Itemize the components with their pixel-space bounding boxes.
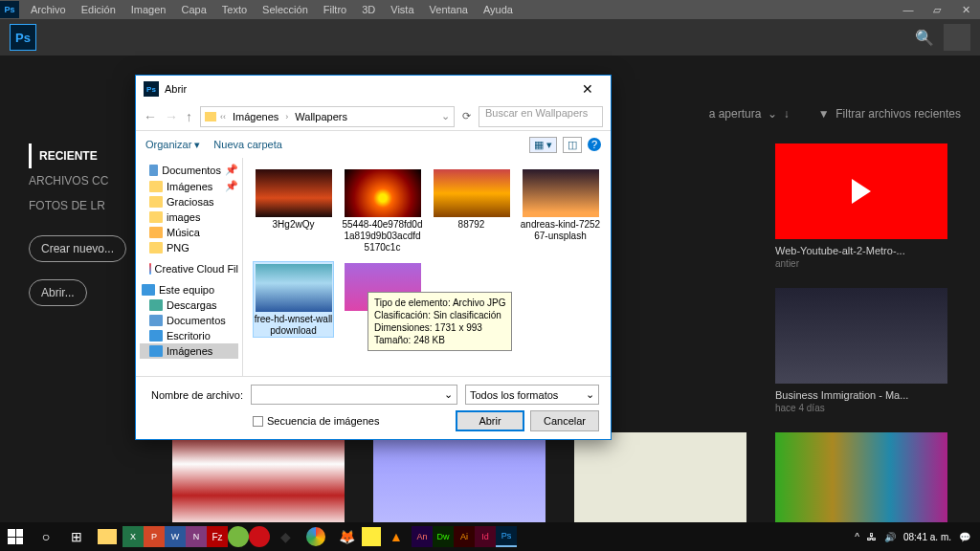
nav-forward-icon[interactable]: →	[165, 109, 178, 124]
menu-imagen[interactable]: Imagen	[123, 4, 174, 15]
photoshop-task-icon[interactable]: Ps	[496, 526, 517, 547]
new-folder-button[interactable]: Nueva carpeta	[213, 139, 282, 150]
abrir-button[interactable]: Abrir...	[29, 279, 87, 306]
stickynotes-icon[interactable]	[362, 527, 381, 546]
tree-item[interactable]: Imágenes	[140, 343, 238, 359]
filter-recents[interactable]: ▼ Filtrar archivos recientes	[818, 107, 961, 121]
chrome-icon[interactable]	[301, 522, 331, 551]
tree-item[interactable]: Creative Cloud Fil	[140, 261, 238, 276]
animate-icon[interactable]: An	[412, 526, 433, 547]
file-item[interactable]: 88792	[431, 167, 512, 253]
dialog-toolbar: Organizar ▾ Nueva carpeta ▦ ▾ ◫ ?	[136, 131, 611, 158]
system-tray[interactable]: ^ 🖧 🔊 08:41 a. m. 💬	[855, 532, 980, 542]
cancel-button[interactable]: Cancelar	[530, 410, 599, 431]
organize-menu[interactable]: Organizar ▾	[145, 139, 200, 151]
file-list[interactable]: 3Hg2wQy 55448-40e978fd0d1a819d9b03acdfd5…	[243, 158, 611, 376]
folder-tree[interactable]: Documentos📌 Imágenes📌 Graciosas images M…	[136, 158, 243, 376]
search-icon[interactable]: 🔍	[915, 29, 934, 47]
menu-3d[interactable]: 3D	[354, 4, 383, 15]
menu-texto[interactable]: Texto	[214, 4, 255, 15]
opera-icon[interactable]	[249, 526, 270, 547]
recent-thumb[interactable]: Web-Youtube-alt-2-Metro-... antier	[775, 143, 947, 269]
thumb-name: Web-Youtube-alt-2-Metro-...	[775, 245, 947, 256]
explorer-icon[interactable]	[98, 529, 117, 544]
dialog-close-button[interactable]: ✕	[572, 81, 603, 97]
tree-item[interactable]: Descargas	[140, 298, 238, 313]
tree-item[interactable]: Documentos📌	[140, 162, 238, 178]
breadcrumb[interactable]: ‹‹ Imágenes › Wallpapers ⌄	[200, 106, 455, 127]
utorrent-icon[interactable]	[228, 526, 249, 547]
onenote-icon[interactable]: N	[186, 526, 207, 547]
ps-home-topbar: a apertura ⌄ ↓ ▼ Filtrar archivos recien…	[709, 107, 961, 121]
tray-notifications-icon[interactable]: 💬	[959, 532, 970, 542]
menu-ventana[interactable]: Ventana	[422, 4, 476, 15]
file-item-selected[interactable]: free-hd-wnset-wallpdownload	[253, 261, 334, 338]
file-item[interactable]: 55448-40e978fd0d1a819d9b03acdfd5170c1c	[342, 167, 423, 253]
sidebar-lr[interactable]: FOTOS DE LR	[29, 193, 126, 218]
ps-home-sidebar: RECIENTE ARCHIVOS CC FOTOS DE LR Crear n…	[29, 143, 126, 306]
breadcrumb-seg[interactable]: Wallpapers	[292, 111, 350, 122]
filename-input[interactable]: ⌄	[251, 385, 457, 405]
nav-back-icon[interactable]: ←	[144, 109, 157, 124]
indesign-icon[interactable]: Id	[475, 526, 496, 547]
inkscape-icon[interactable]: ◆	[270, 522, 301, 551]
menu-edicion[interactable]: Edición	[74, 4, 123, 15]
sidebar-reciente[interactable]: RECIENTE	[29, 143, 126, 168]
image-sequence-checkbox[interactable]: Secuencia de imágenes	[253, 415, 379, 427]
file-item[interactable]: 3Hg2wQy	[253, 167, 334, 253]
illustrator-icon[interactable]: Ai	[454, 526, 475, 547]
sort-label[interactable]: a apertura ⌄ ↓	[709, 107, 790, 121]
recent-thumb[interactable]: Business Immigration - Ma... hace 4 días	[775, 288, 947, 413]
tree-item[interactable]: Escritorio	[140, 328, 238, 343]
file-item[interactable]: andreas-kind-725267-unsplash	[520, 167, 601, 253]
powerpoint-icon[interactable]: P	[144, 526, 165, 547]
tree-item[interactable]: Graciosas	[140, 194, 238, 209]
restore-button[interactable]: ▱	[923, 0, 951, 19]
ps-logo: Ps	[10, 24, 36, 51]
menu-filtro[interactable]: Filtro	[316, 4, 354, 15]
file-name: 55448-40e978fd0d1a819d9b03acdfd5170c1c	[342, 219, 423, 253]
tray-clock[interactable]: 08:41 a. m.	[903, 532, 951, 542]
taskview-icon[interactable]: ⊞	[61, 522, 92, 551]
preview-pane-button[interactable]: ◫	[563, 137, 582, 153]
nav-up-icon[interactable]: ↑	[186, 109, 192, 124]
tree-item[interactable]: images	[140, 209, 238, 225]
tray-chevron-icon[interactable]: ^	[855, 532, 859, 542]
tree-item-pc[interactable]: Este equipo	[140, 282, 238, 298]
tree-item[interactable]: Música	[140, 225, 238, 240]
dreamweaver-icon[interactable]: Dw	[433, 526, 454, 547]
menu-seleccion[interactable]: Selección	[255, 4, 316, 15]
menu-archivo[interactable]: Archivo	[23, 4, 74, 15]
sidebar-cc[interactable]: ARCHIVOS CC	[29, 168, 126, 193]
cortana-icon[interactable]: ○	[31, 522, 61, 551]
refresh-icon[interactable]: ⟳	[462, 110, 471, 122]
user-avatar[interactable]	[944, 24, 970, 51]
tray-volume-icon[interactable]: 🔊	[884, 532, 896, 542]
file-name: 3Hg2wQy	[253, 219, 334, 231]
open-button[interactable]: Abrir	[456, 410, 524, 431]
gimp-icon[interactable]: 🦊	[331, 522, 362, 551]
menu-capa[interactable]: Capa	[173, 4, 213, 15]
start-button[interactable]	[0, 522, 31, 551]
help-icon[interactable]: ?	[588, 138, 601, 151]
menu-vista[interactable]: Vista	[383, 4, 421, 15]
menu-ayuda[interactable]: Ayuda	[476, 4, 521, 15]
tree-item[interactable]: Imágenes📌	[140, 178, 238, 194]
word-icon[interactable]: W	[165, 526, 186, 547]
file-name: 88792	[431, 219, 512, 231]
excel-icon[interactable]: X	[122, 526, 144, 547]
breadcrumb-seg[interactable]: Imágenes	[230, 111, 281, 122]
tray-network-icon[interactable]: 🖧	[867, 532, 877, 542]
file-type-select[interactable]: Todos los formatos⌄	[465, 385, 599, 405]
dialog-titlebar: Ps Abrir ✕	[136, 76, 611, 102]
folder-icon	[205, 112, 216, 121]
vlc-icon[interactable]: ▲	[381, 522, 412, 551]
tree-item[interactable]: Documentos	[140, 313, 238, 328]
close-app-button[interactable]: ✕	[951, 0, 980, 19]
filezilla-icon[interactable]: Fz	[207, 526, 228, 547]
tree-item[interactable]: PNG	[140, 240, 238, 255]
minimize-button[interactable]: —	[894, 0, 923, 19]
crear-nuevo-button[interactable]: Crear nuevo...	[29, 235, 126, 262]
dialog-search-input[interactable]: Buscar en Wallpapers	[479, 106, 603, 127]
view-mode-button[interactable]: ▦ ▾	[529, 137, 557, 153]
